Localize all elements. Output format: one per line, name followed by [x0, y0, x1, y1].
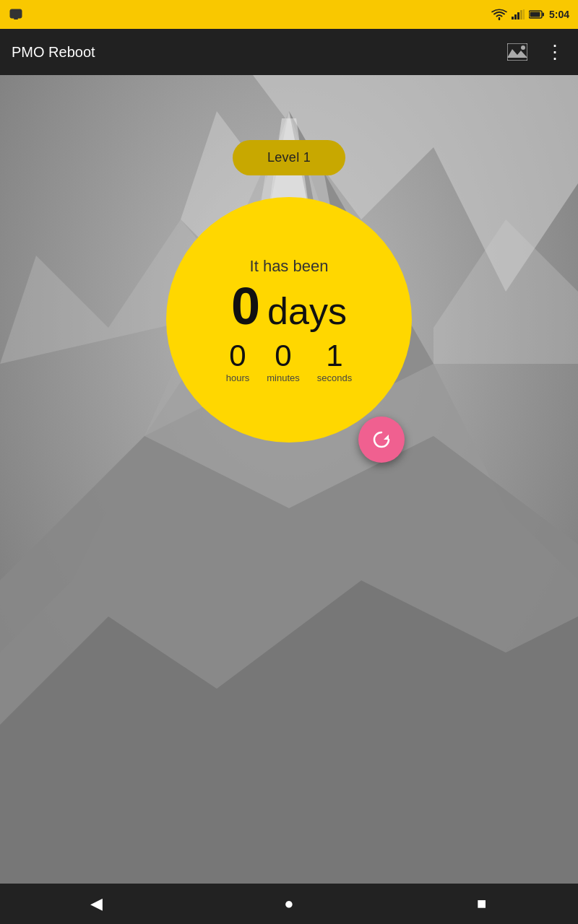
gallery-icon-btn[interactable]	[506, 40, 529, 64]
days-row: 0 days	[231, 280, 347, 332]
svg-marker-27	[384, 435, 389, 440]
reset-icon	[371, 429, 392, 450]
notification-icon	[9, 8, 23, 21]
wifi-icon	[491, 9, 507, 20]
status-time: 5:04	[549, 9, 569, 20]
svg-rect-8	[542, 13, 544, 17]
minutes-unit: 0 minutes	[267, 341, 300, 383]
days-value: 0	[231, 280, 260, 332]
svg-rect-5	[520, 10, 522, 19]
home-icon: ●	[284, 894, 293, 913]
gallery-icon	[507, 43, 527, 61]
recent-icon: ■	[477, 894, 486, 913]
svg-rect-0	[10, 9, 22, 18]
reset-button[interactable]	[358, 417, 405, 463]
svg-point-11	[521, 45, 525, 50]
hours-unit: 0 hours	[226, 341, 250, 383]
more-icon: ⋮	[545, 43, 564, 61]
hours-value: 0	[229, 341, 246, 371]
more-options-btn[interactable]: ⋮	[543, 40, 566, 64]
home-button[interactable]: ●	[267, 889, 311, 918]
seconds-label: seconds	[317, 372, 352, 383]
back-icon: ◀	[90, 894, 103, 913]
seconds-unit: 1 seconds	[317, 341, 352, 383]
battery-icon	[529, 10, 545, 19]
bottom-nav: ◀ ● ■	[0, 884, 578, 924]
main-content: Level 1 It has been 0 days 0 hours 0 min…	[0, 75, 578, 895]
back-button[interactable]: ◀	[74, 889, 118, 918]
timer-circle: It has been 0 days 0 hours 0 minutes 1 s…	[166, 197, 412, 443]
minutes-value: 0	[275, 341, 291, 371]
svg-rect-3	[514, 14, 517, 19]
minutes-label: minutes	[267, 372, 300, 383]
time-row: 0 hours 0 minutes 1 seconds	[226, 341, 352, 383]
seconds-value: 1	[326, 341, 342, 371]
svg-marker-10	[507, 49, 527, 58]
status-right: 5:04	[491, 9, 569, 20]
status-bar: 5:04	[0, 0, 578, 29]
it-has-been-text: It has been	[250, 257, 329, 276]
status-left	[9, 8, 23, 21]
app-title: PMO Reboot	[12, 44, 95, 61]
svg-rect-6	[523, 9, 525, 19]
app-bar-actions: ⋮	[506, 40, 566, 64]
days-label: days	[267, 292, 347, 330]
app-bar: PMO Reboot ⋮	[0, 29, 578, 75]
svg-rect-2	[512, 17, 514, 19]
svg-rect-4	[517, 12, 519, 19]
svg-rect-9	[530, 12, 540, 17]
hours-label: hours	[226, 372, 250, 383]
signal-icon	[512, 9, 525, 19]
svg-rect-1	[14, 18, 18, 19]
level-button[interactable]: Level 1	[233, 140, 345, 175]
recent-button[interactable]: ■	[460, 889, 504, 918]
